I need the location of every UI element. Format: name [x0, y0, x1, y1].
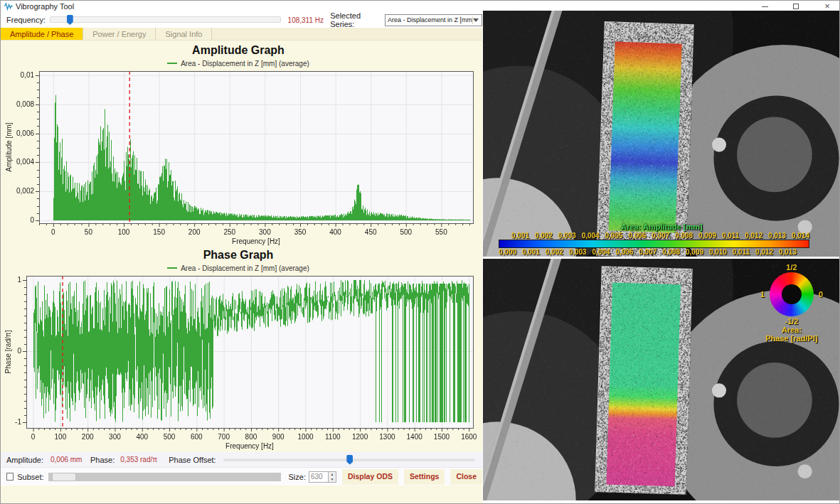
amplitude-legend-text: Area - Displacement in Z [mm] (average)	[181, 60, 309, 68]
colorbar-label: 0,008	[675, 232, 693, 240]
size-label: Size:	[288, 473, 305, 481]
colorbar-label: 0,010	[709, 248, 727, 256]
close-button[interactable]: ×	[822, 1, 832, 11]
close-tool-button[interactable]: Close	[450, 469, 482, 485]
colorbar-label: 0,006	[615, 248, 633, 256]
amplitude-graph-title: Amplitude Graph	[1, 43, 476, 58]
colorbar-label: 0,012	[755, 248, 773, 256]
legend-line-icon	[167, 267, 177, 269]
colorbar-label: 0,003	[558, 232, 576, 240]
amplitude-graph-legend: Area - Displacement in Z [mm] (average)	[1, 58, 476, 68]
amplitude-value-label: Amplitude:	[6, 456, 43, 464]
tab-amplitude-phase[interactable]: Amplitude / Phase	[1, 28, 83, 40]
settings-button[interactable]: Settings	[404, 469, 445, 485]
colorbar-label: 0,007	[652, 232, 669, 240]
colorbar-label: 0,004	[592, 248, 610, 256]
wheel-label-left: 1	[760, 290, 765, 299]
selected-series-dropdown[interactable]: Area - Displacement in Z [mm] (averag	[385, 14, 482, 26]
colorbar-label: 0,006	[628, 232, 646, 240]
window-title: Vibrography Tool	[16, 2, 74, 11]
colorbar-label: 0,002	[535, 232, 553, 240]
app-window: Vibrography Tool × Frequency: 108,311 Hz…	[0, 0, 840, 504]
tab-strip: Amplitude / Phase Power / Energy Signal …	[1, 28, 482, 41]
colorbar-label: 0,008	[662, 248, 680, 256]
spin-up-icon[interactable]: ▲	[329, 472, 336, 477]
phase-value-label: Phase:	[90, 456, 115, 464]
amplitude-view-image	[483, 11, 840, 257]
selected-series-value: Area - Displacement in Z [mm] (averag	[388, 16, 473, 23]
frequency-slider-thumb[interactable]	[67, 15, 73, 25]
wheel-label-top: 1/2	[753, 263, 831, 272]
colorbar-label: 0,004	[582, 232, 600, 240]
phase-graph-title: Phase Graph	[1, 247, 476, 263]
colorbar-label: 0,005	[605, 232, 623, 240]
bottom-controls-row: Subset: Size: ▲ ▼ Display ODS Settings C…	[1, 467, 482, 486]
phase-wheel-caption-1: Area:	[753, 326, 831, 334]
colorbar-gradient	[499, 240, 809, 248]
colorbar-label: 0,001	[522, 248, 540, 256]
amplitude-colorbar: 0,0010,0020,0030,0040,0050,0060,0070,008…	[499, 232, 809, 256]
colorbar-label: 0,009	[686, 248, 703, 256]
phase-color-wheel: 1/2 1 0 -1/2 Area: Phase [rad/PI]	[753, 263, 831, 343]
colorbar-label: 0,007	[639, 248, 656, 256]
frequency-slider[interactable]	[50, 15, 281, 25]
spin-down-icon[interactable]: ▼	[329, 477, 336, 482]
wheel-label-right: 0	[819, 290, 823, 299]
wheel-label-bottom: -1/2	[753, 317, 831, 326]
colorbar-top-labels: 0,0010,0020,0030,0040,0050,0060,0070,008…	[499, 232, 809, 240]
phase-graph-legend: Area - Displacement in Z [mm] (average)	[1, 263, 476, 273]
app-waveform-icon	[4, 2, 13, 11]
colorbar-label: 0,013	[779, 248, 797, 256]
display-ods-button[interactable]: Display ODS	[342, 469, 398, 485]
phase-value: 0,353 rad/π	[120, 456, 167, 463]
subset-slider[interactable]	[48, 473, 282, 481]
colorbar-label: 0,012	[745, 232, 762, 240]
size-spinner: ▲ ▼	[309, 471, 336, 483]
frequency-label: Frequency:	[6, 16, 46, 24]
phase-offset-slider-thumb[interactable]	[346, 455, 353, 465]
phase-wheel-caption-2: Phase [rad/PI]	[753, 334, 831, 343]
subset-checkbox[interactable]	[6, 473, 14, 481]
colorbar-label: 0,009	[698, 232, 716, 240]
camera-views-panel: Area: Amplitude [mm] 0,0010,0020,0030,00…	[483, 11, 840, 504]
size-spin-buttons: ▲ ▼	[329, 471, 336, 483]
subset-label: Subset:	[17, 473, 43, 481]
colorbar-label: 0,014	[792, 232, 809, 240]
tab-power-energy[interactable]: Power / Energy	[83, 28, 156, 40]
colorbar-label: 0,000	[499, 248, 516, 256]
phase-legend-text: Area - Displacement in Z [mm] (average)	[181, 264, 309, 272]
colorbar-label: 0,001	[511, 232, 529, 240]
amplitude-view-panel: Area: Amplitude [mm] 0,0010,0020,0030,00…	[483, 11, 840, 257]
amplitude-phase-tab-content: Amplitude Graph Area - Displacement in Z…	[1, 41, 482, 504]
frequency-slider-track[interactable]	[50, 16, 281, 23]
amplitude-value: 0,006 mm	[50, 456, 90, 463]
colorbar-label: 0,013	[768, 232, 786, 240]
colorbar-label: 0,011	[722, 232, 739, 240]
phase-wheel-icon	[770, 272, 814, 316]
colorbar-label: 0,011	[733, 248, 750, 256]
analysis-panel: Frequency: 108,311 Hz Selected Series: A…	[1, 12, 482, 504]
colorbar-label: 0,002	[546, 248, 563, 256]
restore-button[interactable]	[791, 1, 801, 11]
tab-signal-info[interactable]: Signal Info	[156, 28, 212, 40]
minimize-button[interactable]	[760, 1, 770, 11]
legend-line-icon	[167, 63, 177, 64]
phase-chart[interactable]	[2, 273, 477, 452]
amplitude-chart[interactable]	[2, 68, 477, 247]
phase-offset-slider[interactable]	[223, 455, 475, 465]
frequency-toolbar: Frequency: 108,311 Hz Selected Series: A…	[1, 12, 482, 28]
colorbar-label: 0,003	[569, 248, 587, 256]
selected-series-label: Selected Series:	[330, 11, 381, 28]
chevron-down-icon	[473, 18, 479, 22]
phase-offset-label: Phase Offset:	[169, 456, 216, 464]
subset-slider-thumb[interactable]	[52, 473, 76, 481]
amplitude-overlay-label: Area: Amplitude [mm]	[483, 222, 840, 231]
colorbar-bottom-labels: 0,0000,0010,0020,0030,0040,0060,0070,008…	[499, 248, 809, 256]
cursor-values-row: Amplitude: 0,006 mm Phase: 0,353 rad/π P…	[1, 452, 482, 467]
phase-view-panel: 1/2 1 0 -1/2 Area: Phase [rad/PI]	[483, 259, 840, 500]
size-input[interactable]	[309, 471, 329, 483]
frequency-value: 108,311 Hz	[288, 16, 328, 24]
